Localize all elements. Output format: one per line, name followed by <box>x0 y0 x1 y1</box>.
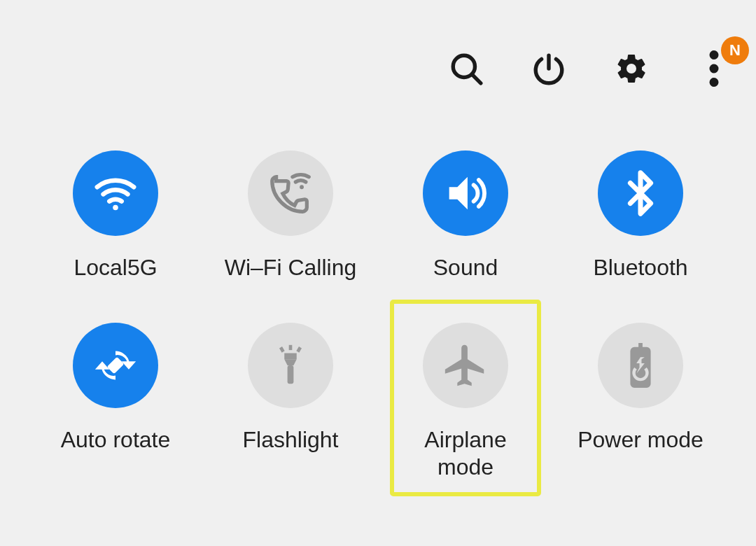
tile-bluetooth[interactable]: Bluetooth <box>567 150 714 281</box>
tile-label: Wi–Fi Calling <box>225 254 356 281</box>
svg-point-2 <box>710 50 719 59</box>
more-button[interactable]: N <box>693 49 735 91</box>
svg-rect-10 <box>289 345 293 350</box>
svg-rect-8 <box>284 354 297 360</box>
bluetooth-icon <box>598 150 683 236</box>
tile-auto-rotate[interactable]: Auto rotate <box>42 323 189 494</box>
quick-settings-grid: Local5G Wi–Fi Calling Sound Bluetooth Au… <box>0 91 756 494</box>
tile-airplane-mode[interactable]: Airplane mode <box>392 302 539 494</box>
search-button[interactable] <box>445 49 487 91</box>
notification-badge: N <box>721 36 749 64</box>
sound-icon <box>423 150 508 236</box>
power-mode-icon <box>598 323 683 408</box>
svg-rect-7 <box>107 357 125 374</box>
svg-line-1 <box>472 75 480 83</box>
wifi-icon <box>73 150 158 236</box>
tile-label: Local5G <box>74 254 157 281</box>
airplane-icon <box>423 323 508 408</box>
tile-sound[interactable]: Sound <box>392 150 539 281</box>
flashlight-icon <box>248 323 333 408</box>
quick-settings-toolbar: N <box>0 0 756 91</box>
svg-point-3 <box>710 64 719 74</box>
tile-wifi-calling[interactable]: Wi–Fi Calling <box>217 150 364 281</box>
svg-rect-11 <box>279 346 285 353</box>
power-button[interactable] <box>528 49 570 91</box>
settings-button[interactable] <box>610 49 652 91</box>
gear-icon <box>615 52 648 88</box>
tile-label: Power mode <box>578 426 704 453</box>
tile-wifi[interactable]: Local5G <box>42 150 189 281</box>
search-icon <box>449 51 484 89</box>
svg-point-4 <box>710 78 719 87</box>
svg-point-6 <box>300 185 304 189</box>
more-vert-icon <box>707 50 721 90</box>
tile-label: Sound <box>433 254 498 281</box>
wifi-calling-icon <box>248 150 333 236</box>
tile-flashlight[interactable]: Flashlight <box>217 323 364 494</box>
tile-power-mode[interactable]: Power mode <box>567 323 714 494</box>
tile-label: Bluetooth <box>593 254 687 281</box>
auto-rotate-icon <box>73 323 158 408</box>
svg-rect-9 <box>288 365 294 384</box>
tile-label: Auto rotate <box>61 426 171 453</box>
svg-point-5 <box>113 205 118 211</box>
svg-rect-12 <box>296 346 302 353</box>
tile-label: Flashlight <box>243 426 339 453</box>
tile-label: Airplane mode <box>396 426 536 480</box>
power-icon <box>531 51 566 89</box>
